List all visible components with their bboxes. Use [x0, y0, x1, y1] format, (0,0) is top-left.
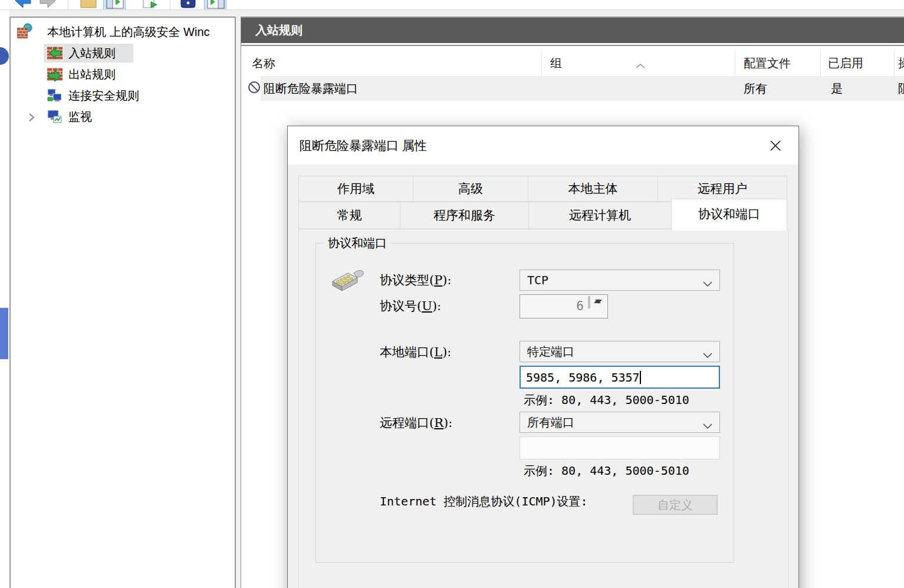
show-action-pane-icon[interactable]	[204, 0, 226, 10]
tab-advanced[interactable]: 高级	[413, 176, 528, 202]
block-rule-icon	[248, 81, 261, 94]
sort-ascending-icon	[635, 52, 646, 78]
tab-remote-users[interactable]: 远程用户	[658, 176, 787, 202]
rule-action-cell: 阻止	[898, 76, 904, 101]
left-gutter	[0, 10, 9, 588]
edge-handle-bar[interactable]	[0, 308, 8, 359]
text-caret	[640, 371, 641, 384]
local-port-example: 示例: 80, 443, 5000-5010	[524, 392, 689, 408]
local-ports-input-value: 5985, 5986, 5357	[526, 370, 640, 385]
protocols-ports-groupbox: 协议和端口	[315, 243, 734, 563]
protocol-type-value: TCP	[527, 270, 548, 290]
monitoring-icon	[47, 109, 63, 124]
column-header-row: 名称 组 配置文件 已启用 操作	[241, 50, 904, 76]
column-header-profile[interactable]: 配置文件	[735, 50, 821, 76]
toolbar-separator	[170, 0, 170, 10]
icmp-settings-label: Internet 控制消息协议(ICMP)设置:	[380, 494, 593, 510]
dialog-tabs: 作用域 高级 本地主体 远程用户 常规 程序和服务 远程计算机 协议和端口	[298, 176, 789, 231]
tab-remote-computers[interactable]: 远程计算机	[528, 202, 672, 229]
column-header-action[interactable]: 操作	[895, 50, 904, 76]
local-port-dropdown[interactable]: 特定端口	[520, 341, 720, 362]
tab-protocols-ports[interactable]: 协议和端口	[671, 199, 787, 231]
toolbar-separator	[68, 0, 68, 10]
column-header-group[interactable]: 组	[542, 50, 735, 76]
chevron-down-icon	[703, 420, 712, 431]
inbound-rules-icon	[47, 45, 63, 61]
forward-icon[interactable]	[39, 0, 57, 9]
tree-item-label: 连接安全规则	[68, 88, 139, 104]
tree-root-label: 本地计算机 上的高级安全 Winc	[47, 24, 210, 40]
help-icon[interactable]	[180, 0, 198, 9]
remote-ports-input[interactable]	[520, 436, 720, 459]
remote-port-example: 示例: 80, 443, 5000-5010	[524, 463, 689, 479]
local-port-value: 特定端口	[527, 341, 574, 362]
groupbox-legend: 协议和端口	[324, 235, 390, 251]
protocol-number-value: 6	[576, 295, 584, 318]
mmc-toolbar	[0, 0, 904, 10]
tree-item-label: 入站规则	[68, 45, 116, 61]
rule-profile-cell: 所有	[744, 76, 767, 101]
expand-chevron-icon[interactable]	[28, 111, 35, 125]
remote-port-label: 远程端口(R):	[380, 415, 452, 431]
spinner-down-button[interactable]	[589, 296, 590, 308]
back-icon[interactable]	[14, 0, 32, 9]
tab-scope[interactable]: 作用域	[298, 176, 413, 202]
rule-enabled-cell: 是	[831, 76, 843, 101]
folder-icon[interactable]	[80, 0, 97, 9]
tree-item-label: 出站规则	[68, 67, 116, 83]
chevron-down-icon	[703, 278, 712, 289]
local-port-label: 本地端口(L):	[380, 344, 451, 360]
results-pane-title: 入站规则	[241, 18, 904, 43]
protocol-number-label: 协议号(U):	[380, 298, 441, 314]
tree-item-label: 监视	[68, 109, 92, 125]
close-icon[interactable]	[768, 138, 783, 153]
panel-splitter[interactable]	[236, 17, 241, 588]
tab-programs-services[interactable]: 程序和服务	[400, 202, 529, 229]
console-tree-panel: 本地计算机 上的高级安全 Winc 入站规则	[9, 17, 236, 588]
remote-port-dropdown[interactable]: 所有端口	[520, 412, 720, 433]
protocol-type-label: 协议类型(P):	[380, 272, 452, 288]
dialog-titlebar: 阻断危险暴露端口 属性	[288, 126, 798, 165]
dialog-title: 阻断危险暴露端口 属性	[300, 126, 427, 165]
rule-properties-dialog: 阻断危险暴露端口 属性 作用域 高级 本地主体 远程用户 常规 程序和服务 远程…	[287, 126, 799, 588]
outbound-rules-icon	[47, 67, 63, 82]
edge-handle-circle[interactable]	[0, 47, 9, 65]
connection-security-icon	[47, 88, 63, 103]
protocol-type-dropdown[interactable]: TCP	[520, 270, 720, 291]
rule-name-cell[interactable]: 阻断危险暴露端口	[264, 76, 358, 101]
export-list-icon[interactable]	[142, 0, 159, 9]
chevron-down-icon	[703, 349, 712, 360]
header-divider	[241, 45, 904, 46]
column-header-enabled[interactable]: 已启用	[821, 50, 895, 76]
remote-port-value: 所有端口	[527, 412, 574, 432]
show-console-tree-icon[interactable]	[103, 0, 126, 10]
protocol-number-spinner[interactable]: 6	[520, 294, 608, 318]
customize-button[interactable]: 自定义	[633, 495, 718, 515]
firewall-root-icon	[17, 23, 32, 38]
local-ports-input[interactable]: 5985, 5986, 5357	[520, 366, 720, 389]
column-header-name[interactable]: 名称	[241, 50, 542, 76]
protocols-ports-pane: 协议和端口	[298, 229, 789, 588]
screen: 本地计算机 上的高级安全 Winc 入站规则	[0, 0, 904, 588]
tab-general[interactable]: 常规	[298, 202, 400, 229]
serial-connector-icon	[329, 267, 366, 298]
tab-local-principals[interactable]: 本地主体	[528, 176, 658, 202]
